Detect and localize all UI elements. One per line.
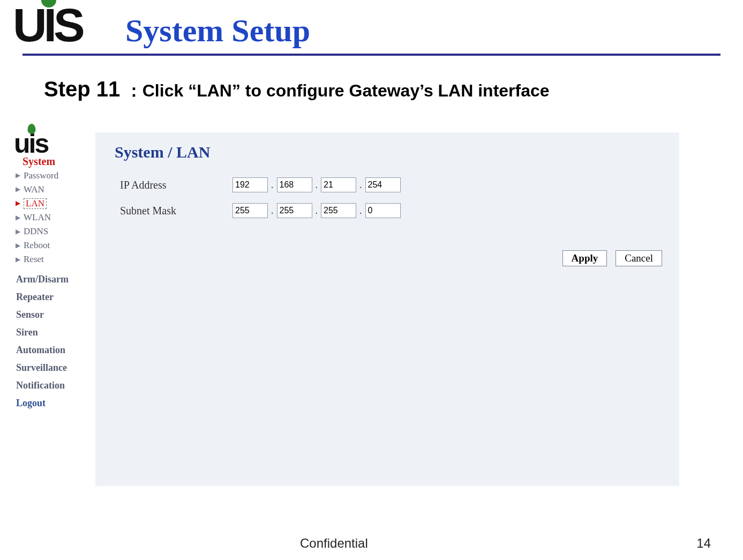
button-row: Apply Cancel (115, 250, 665, 266)
step-description: ：Click “LAN” to configure Gateway’s LAN … (125, 81, 550, 100)
triangle-icon: ▶ (15, 199, 20, 207)
mask-octet-3[interactable] (321, 203, 356, 218)
sidebar-item-wan[interactable]: ▶ WAN (15, 183, 95, 197)
triangle-icon: ▶ (15, 242, 20, 250)
step-number: Step 11 (44, 77, 120, 101)
sidebar-item-reset[interactable]: ▶ Reset (15, 252, 95, 266)
dot-separator: . (358, 205, 363, 216)
dot-separator: . (314, 180, 319, 191)
ip-octet-1[interactable] (232, 177, 268, 192)
dot-separator: . (314, 205, 319, 216)
triangle-icon: ▶ (15, 256, 20, 264)
sidebar-link-surveillance[interactable]: Surveillance (16, 359, 95, 377)
sidebar-logo: u i s (14, 134, 95, 154)
title-underline (22, 54, 721, 56)
sidebar-link-sensor[interactable]: Sensor (16, 306, 95, 324)
logo-letter-i: I (44, 8, 54, 43)
lan-config-panel: System / LAN IP Address . . . Subnet Mas… (95, 132, 679, 486)
sidebar-section-links: Arm/Disarm Repeater Sensor Siren Automat… (16, 271, 95, 412)
logo-letter-s: S (54, 8, 82, 43)
mask-octet-4[interactable] (365, 203, 401, 218)
footer-page-number: 14 (696, 536, 711, 551)
triangle-icon: ▶ (15, 171, 20, 180)
uis-logo: U I S (13, 8, 104, 43)
subnet-mask-row: Subnet Mask . . . (120, 203, 665, 218)
sidebar-item-ddns[interactable]: ▶ DDNS (15, 225, 95, 238)
ip-octet-2[interactable] (277, 177, 312, 192)
ip-address-label: IP Address (120, 179, 232, 191)
mask-octet-2[interactable] (277, 203, 312, 218)
sidebar-item-reboot[interactable]: ▶ Reboot (15, 238, 95, 252)
sidebar-item-lan[interactable]: ▶ LAN (15, 197, 95, 211)
slide-header: U I S System Setup (0, 0, 743, 48)
subnet-mask-octets: . . . (232, 203, 401, 218)
leaf-dot-icon (28, 124, 36, 134)
uis-logo-icon: U I S (13, 8, 82, 43)
ip-octet-3[interactable] (321, 177, 356, 192)
sidebar-link-siren[interactable]: Siren (16, 324, 95, 341)
subnet-mask-label: Subnet Mask (120, 205, 232, 217)
triangle-icon: ▶ (15, 214, 20, 222)
dot-separator: . (358, 180, 363, 191)
cancel-button[interactable]: Cancel (616, 250, 662, 266)
apply-button[interactable]: Apply (562, 250, 607, 266)
footer-confidential: Confidential (300, 536, 368, 551)
ip-address-row: IP Address . . . (120, 177, 665, 192)
mask-octet-1[interactable] (232, 203, 268, 218)
dot-separator: . (270, 180, 275, 191)
triangle-icon: ▶ (15, 185, 20, 193)
sidebar-logo-i: i (29, 134, 35, 154)
logo-letter-u: U (13, 8, 44, 43)
sidebar-link-logout[interactable]: Logout (16, 394, 95, 412)
ip-octet-4[interactable] (365, 177, 401, 192)
triangle-icon: ▶ (15, 228, 20, 236)
sidebar-link-arm-disarm[interactable]: Arm/Disarm (16, 271, 95, 288)
sidebar-system-list: ▶ Password ▶ WAN ▶ LAN ▶ WLAN ▶ DDNS ▶ R… (15, 169, 95, 267)
dot-separator: . (270, 205, 275, 216)
sidebar: u i s System ▶ Password ▶ WAN ▶ LAN ▶ WL… (10, 132, 95, 486)
sidebar-item-password[interactable]: ▶ Password (15, 169, 95, 183)
step-line: Step 11 ：Click “LAN” to configure Gatewa… (44, 77, 743, 103)
sidebar-item-wlan[interactable]: ▶ WLAN (15, 211, 95, 225)
panel-title: System / LAN (115, 143, 665, 161)
sidebar-link-repeater[interactable]: Repeater (16, 288, 95, 306)
sidebar-link-automation[interactable]: Automation (16, 341, 95, 359)
embedded-screenshot: u i s System ▶ Password ▶ WAN ▶ LAN ▶ WL… (10, 132, 679, 486)
page-title: System Setup (104, 2, 310, 48)
sidebar-link-notification[interactable]: Notification (16, 377, 95, 394)
ip-address-octets: . . . (232, 177, 401, 192)
